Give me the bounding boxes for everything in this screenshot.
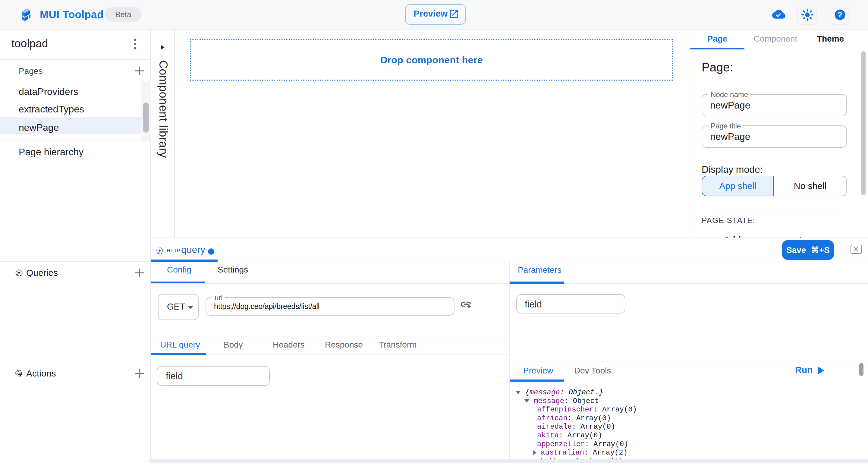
svg-text:?: ? — [838, 10, 842, 19]
